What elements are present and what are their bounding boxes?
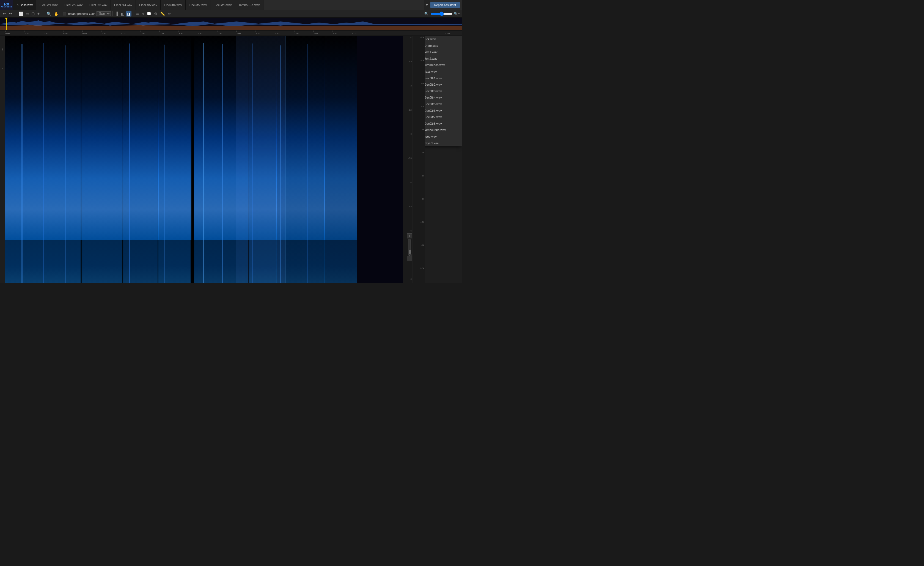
dropdown-item-elecgtr3[interactable]: ElecGtr3.wav (425, 88, 462, 95)
svg-rect-62 (324, 36, 357, 240)
zoom-tool[interactable]: 🔍 (46, 11, 52, 17)
svg-text:1:30: 1:30 (179, 32, 183, 35)
zoom-out-freq-button[interactable]: - (407, 256, 412, 261)
gain-label: Gain (89, 12, 95, 15)
db-label-1-5: -1.5 (408, 60, 412, 62)
speech-button[interactable]: 💬 (146, 11, 152, 17)
tab-elecgtr6[interactable]: ElecGtr6.wav (160, 0, 185, 10)
tab-tambourine[interactable]: Tambou...e.wav (235, 0, 263, 10)
db-label-3: -3 (410, 133, 412, 135)
spectrogram-svg (5, 36, 403, 283)
waveform-view-button[interactable]: ≈ (141, 11, 145, 17)
db-label-4-5: -4.5 (408, 206, 412, 208)
dropdown-item-tambourine[interactable]: Tambourine.wav (425, 127, 462, 134)
magic-wand-tool[interactable]: ✦ (36, 11, 41, 17)
svg-rect-64 (44, 43, 44, 283)
channel-stereo-button[interactable]: ▐ (114, 11, 119, 17)
m-label: M (2, 68, 3, 70)
svg-rect-63 (21, 44, 22, 283)
instant-process-label: Instant process (68, 12, 88, 15)
freq-6k: -6k (421, 175, 424, 177)
gain-select[interactable]: Gain (96, 11, 111, 16)
svg-text:h:m:s: h:m:s (445, 32, 450, 35)
frequency-selection-tool[interactable]: ▭ (25, 11, 30, 17)
tab-label: ElecGtr5.wav (139, 3, 157, 7)
dropdown-item-kick[interactable]: Kick.wav (425, 36, 462, 43)
dropdown-item-elecgtr8[interactable]: ElecGtr8.wav (425, 120, 462, 127)
dropdown-item-elecgtr5[interactable]: ElecGtr5.wav (425, 101, 462, 108)
dropdown-item-elecgtr1[interactable]: ElecGtr1.wav (425, 75, 462, 82)
tab-elecgtr3[interactable]: ElecGtr3.wav (86, 0, 111, 10)
tab-label: ElecGtr2.wav (64, 3, 82, 7)
instant-process-container: Instant process Gain Gain (63, 11, 111, 16)
tab-elecgtr5[interactable]: ElecGtr5.wav (136, 0, 160, 10)
zoom-in-button[interactable]: 🔍+ (453, 11, 460, 16)
tab-bass[interactable]: ✕ Bass.wav (13, 0, 36, 10)
repair-assistant-button[interactable]: Repair Assistant (430, 2, 460, 8)
svg-text:0:20: 0:20 (44, 32, 48, 35)
time-ruler-svg: 0:00 0:10 0:20 0:30 0:40 0:50 1:00 1:10 … (5, 30, 462, 36)
db-label-4: -4 (410, 181, 412, 183)
instant-process-checkbox[interactable] (63, 12, 66, 15)
time-selection-tool[interactable]: ⬜ (18, 11, 24, 17)
dropdown-item-keys1[interactable]: Keys 1.wav (425, 140, 462, 146)
svg-rect-67 (165, 45, 165, 283)
tab-label: ElecGtr1.wav (40, 3, 57, 7)
svg-text:1:10: 1:10 (140, 32, 145, 35)
dropdown-item-overheads[interactable]: Overheads.wav (425, 62, 462, 69)
undo-button[interactable]: ↩ (2, 11, 7, 16)
toolbar-divider-3 (61, 11, 62, 16)
settings-button[interactable]: ⚙ (153, 11, 158, 17)
dropdown-item-snare[interactable]: Snare.wav (425, 43, 462, 49)
db-label: dB (1, 48, 4, 51)
hand-tool[interactable]: ✋ (53, 11, 59, 17)
freq-20k: -20k (420, 36, 424, 38)
freq-10k: -10k (420, 106, 424, 108)
svg-text:1:50: 1:50 (217, 32, 222, 35)
svg-rect-69 (222, 44, 223, 283)
ruler-button[interactable]: 📏 (159, 11, 166, 17)
freq-zoom-handle[interactable] (409, 250, 411, 254)
freq-4k: -4k (421, 244, 424, 246)
dropdown-item-elecgtr2[interactable]: ElecGtr2.wav (425, 81, 462, 88)
dropdown-item-loop[interactable]: Loop.wav (425, 134, 462, 140)
freq-zoom-track (408, 239, 411, 256)
freq-4-5k: -4.5k (420, 221, 424, 223)
svg-text:3:00: 3:00 (352, 32, 356, 35)
db-label-3-5: -3.5 (408, 157, 412, 159)
pencil-button[interactable]: ✏ (167, 11, 172, 17)
lasso-tool[interactable]: ⬡ (30, 11, 36, 17)
tab-elecgtr7[interactable]: ElecGtr7.wav (186, 0, 210, 10)
svg-text:0:40: 0:40 (82, 32, 87, 35)
tab-elecgtr8[interactable]: ElecGtr8.wav (210, 0, 235, 10)
dropdown-item-tom2[interactable]: Tom2.wav (425, 56, 462, 62)
svg-rect-68 (203, 43, 204, 283)
freq-scale: -20k -15k -12k -10k -8k -7k -6k -5k -4.5… (412, 36, 425, 283)
dropdown-item-elecgtr6[interactable]: ElecGtr6.wav (425, 108, 462, 114)
channel-left-button[interactable]: ◧ (120, 11, 125, 17)
svg-text:1:00: 1:00 (121, 32, 125, 35)
dropdown-item-elecgtr7[interactable]: ElecGtr7.wav (425, 114, 462, 120)
tab-overflow-button[interactable]: ▼ (424, 0, 430, 10)
channel-right-button[interactable]: ◨ (126, 11, 132, 17)
freq-3-5k: -3.5k (420, 267, 424, 269)
spectrogram-view-button[interactable]: ≋ (135, 11, 140, 17)
dropdown-item-bass[interactable]: Bass.wav (425, 69, 462, 75)
tab-elecgtr4[interactable]: ElecGtr4.wav (111, 0, 136, 10)
tool-icons: ⬜ ▭ ⬡ ✦ (17, 11, 42, 17)
top-bar: RX ADVANCED ✕ Bass.wav ElecGtr1.wav Elec… (0, 0, 462, 10)
tab-elecgtr2[interactable]: ElecGtr2.wav (62, 0, 86, 10)
svg-rect-57 (123, 36, 159, 240)
toolbar-divider-4 (112, 11, 113, 16)
tab-close-icon[interactable]: ✕ (16, 3, 19, 6)
dropdown-item-elecgtr4[interactable]: ElecGtr4.wav (425, 95, 462, 101)
zoom-slider[interactable] (430, 12, 453, 16)
tab-label: ElecGtr4.wav (114, 3, 132, 7)
dropdown-item-tom1[interactable]: Tom1.wav (425, 49, 462, 56)
svg-text:0:00: 0:00 (6, 32, 10, 35)
redo-button[interactable]: ↪ (8, 11, 13, 16)
zoom-out-button[interactable]: 🔍- (424, 11, 430, 16)
tab-elecgtr1[interactable]: ElecGtr1.wav (36, 0, 61, 10)
spectrogram-wrapper (5, 36, 403, 283)
zoom-in-freq-button[interactable]: + (407, 233, 412, 238)
